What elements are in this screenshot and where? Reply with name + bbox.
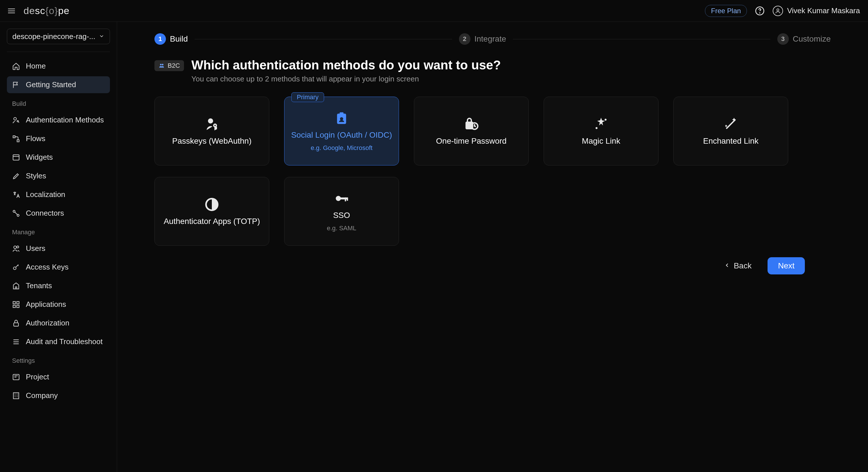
sidebar-item-styles[interactable]: Styles [7, 167, 110, 184]
sidebar-item-tenants[interactable]: Tenants [7, 277, 110, 294]
wand-icon [723, 116, 739, 132]
svg-point-20 [160, 64, 162, 66]
sidebar-item-company[interactable]: Company [7, 387, 110, 404]
b2c-chip: B2C [154, 60, 184, 71]
pencil-icon [12, 172, 20, 180]
sidebar-item-label: Getting Started [26, 80, 76, 89]
page-header: B2C Which authentication methods do you … [154, 58, 831, 83]
svg-point-23 [214, 124, 216, 127]
sidebar-item-connectors[interactable]: Connectors [7, 205, 110, 222]
connector-icon [12, 209, 20, 217]
step-integrate[interactable]: 2 Integrate [459, 33, 506, 45]
user-name: Vivek Kumar Maskara [787, 6, 860, 15]
back-button[interactable]: Back [716, 257, 760, 274]
sidebar-item-label: Authorization [26, 318, 69, 328]
magic-icon [593, 116, 609, 132]
sidebar-item-users[interactable]: Users [7, 240, 110, 257]
translate-icon [12, 191, 20, 199]
step-build[interactable]: 1 Build [154, 33, 188, 45]
sidebar-item-project[interactable]: Project [7, 369, 110, 385]
svg-rect-25 [340, 112, 344, 115]
svg-rect-6 [17, 140, 19, 142]
svg-point-4 [17, 121, 19, 122]
card-title: Authenticator Apps (TOTP) [164, 217, 260, 226]
card-totp[interactable]: Authenticator Apps (TOTP) [154, 177, 269, 246]
section-manage-label: Manage [7, 224, 110, 238]
card-passkeys[interactable]: Passkeys (WebAuthn) [154, 97, 269, 165]
sidebar-item-label: Flows [26, 134, 45, 143]
logo: desc{o}pe [24, 5, 69, 16]
step-number: 1 [154, 33, 166, 45]
menu-toggle[interactable] [8, 6, 19, 16]
method-cards-row-1: Passkeys (WebAuthn) Primary Social Login… [154, 97, 831, 165]
sidebar-item-getting-started[interactable]: Getting Started [7, 76, 110, 93]
step-label: Integrate [474, 34, 506, 43]
svg-point-29 [604, 119, 607, 121]
company-icon [12, 392, 20, 400]
sidebar-item-label: Connectors [26, 209, 64, 217]
folder-icon [12, 373, 20, 381]
card-title: One-time Password [436, 136, 507, 146]
step-label: Build [170, 34, 188, 43]
sidebar-item-label: Access Keys [26, 263, 69, 272]
step-divider [195, 39, 452, 39]
help-icon[interactable] [755, 6, 765, 16]
page-subtitle: You can choose up to 2 methods that will… [191, 74, 501, 83]
next-label: Next [778, 261, 795, 270]
plan-badge[interactable]: Free Plan [705, 5, 747, 17]
back-label: Back [734, 261, 751, 270]
svg-point-12 [13, 267, 16, 269]
avatar-icon [773, 6, 783, 16]
sidebar-item-auth-methods[interactable]: Authentication Methods [7, 111, 110, 129]
sidebar-item-home[interactable]: Home [7, 58, 110, 74]
sidebar-item-localization[interactable]: Localization [7, 186, 110, 203]
user-menu[interactable]: Vivek Kumar Maskara [773, 6, 860, 16]
svg-rect-16 [17, 305, 19, 307]
svg-point-26 [340, 117, 343, 121]
svg-point-11 [17, 246, 19, 248]
person-key-icon [12, 116, 20, 124]
svg-rect-35 [347, 198, 348, 201]
card-magic-link[interactable]: Magic Link [544, 97, 658, 165]
sidebar-item-audit[interactable]: Audit and Troubleshoot [7, 333, 110, 350]
lock-icon [12, 319, 20, 327]
svg-point-2 [777, 9, 779, 11]
sidebar-item-label: Styles [26, 171, 46, 180]
chevron-down-icon [99, 32, 104, 41]
section-settings-label: Settings [7, 352, 110, 367]
card-social-login[interactable]: Primary Social Login (OAuth / OIDC) e.g.… [284, 97, 399, 165]
topbar: desc{o}pe Free Plan Vivek Kumar Maskara [0, 0, 868, 22]
sidebar-item-applications[interactable]: Applications [7, 296, 110, 313]
flag-icon [12, 81, 20, 89]
sidebar-item-flows[interactable]: Flows [7, 130, 110, 147]
footer-buttons: Back Next [154, 257, 831, 274]
next-button[interactable]: Next [768, 257, 805, 274]
project-selector[interactable]: descope-pinecone-rag-... [7, 29, 110, 44]
card-sso[interactable]: SSO e.g. SAML [284, 177, 399, 246]
svg-point-21 [162, 64, 164, 66]
card-title: Enchanted Link [703, 136, 758, 146]
sidebar-item-label: Audit and Troubleshoot [26, 337, 102, 346]
badge-icon [334, 110, 349, 126]
svg-rect-13 [13, 301, 16, 304]
project-name: descope-pinecone-rag-... [12, 32, 95, 41]
card-title: Social Login (OAuth / OIDC) [291, 131, 392, 140]
sidebar-item-label: Users [26, 244, 45, 253]
page-title: Which authentication methods do you want… [191, 58, 501, 72]
method-cards-row-2: Authenticator Apps (TOTP) SSO e.g. SAML [154, 177, 831, 246]
card-enchanted-link[interactable]: Enchanted Link [673, 97, 788, 165]
sidebar-item-access-keys[interactable]: Access Keys [7, 259, 110, 276]
step-customize[interactable]: 3 Customize [777, 33, 831, 45]
stepper: 1 Build 2 Integrate 3 Customize [154, 33, 831, 45]
home-icon [12, 62, 20, 70]
card-otp[interactable]: One-time Password [414, 97, 529, 165]
svg-rect-14 [17, 301, 19, 304]
sidebar-item-authorization[interactable]: Authorization [7, 314, 110, 332]
card-title: SSO [333, 211, 350, 220]
card-title: Magic Link [582, 136, 620, 146]
card-subtitle: e.g. SAML [327, 225, 356, 232]
primary-badge: Primary [291, 92, 324, 102]
sidebar-item-widgets[interactable]: Widgets [7, 149, 110, 166]
passkey-icon [204, 116, 220, 132]
timelapse-icon [204, 197, 220, 212]
